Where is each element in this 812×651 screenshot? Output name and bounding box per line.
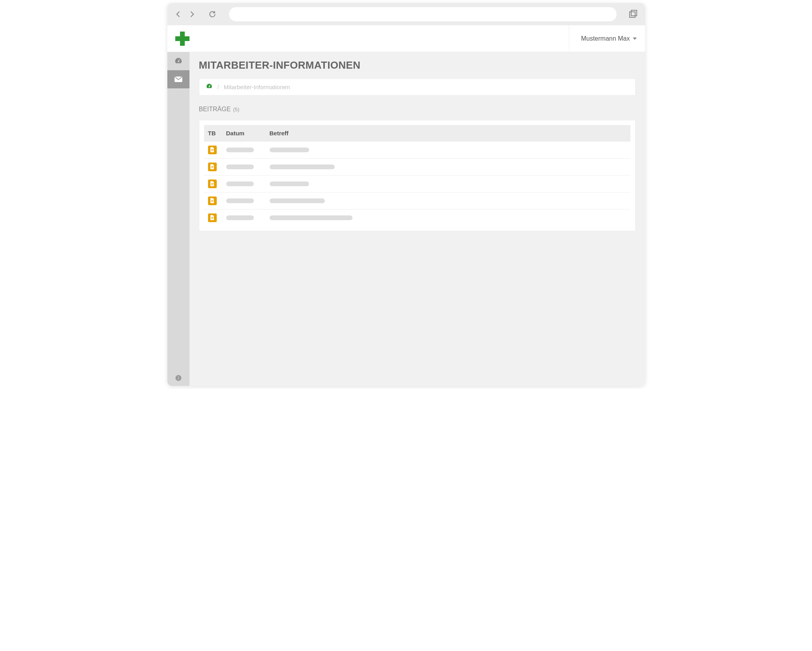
app-viewport: Mustermann Max [167,25,645,386]
svg-rect-25 [211,217,214,217]
svg-rect-27 [211,219,213,219]
col-header-tb: TB [204,125,222,142]
entries-table: TB Datum Betreff [204,125,630,226]
subject-placeholder [270,198,325,203]
logo-cross-icon [172,29,193,48]
svg-rect-14 [211,150,214,150]
table-row[interactable] [204,159,630,176]
subject-placeholder [270,148,309,152]
breadcrumb-separator: / [218,84,219,90]
user-name: Mustermann Max [581,35,630,42]
svg-rect-24 [211,202,213,202]
main-content: MITARBEITER-INFORMATIONEN / Mitarbeiter-… [189,52,645,386]
breadcrumb-current: Mitarbeiter-Informationen [224,84,290,90]
svg-rect-19 [211,183,214,183]
table-row[interactable] [204,193,630,210]
svg-rect-1 [630,12,635,17]
copy-window-icon[interactable] [628,9,639,19]
chevron-down-icon [632,36,637,41]
col-header-subject: Betreff [266,125,630,142]
sidebar-info[interactable] [167,370,189,386]
sidebar-item-dashboard[interactable] [167,52,189,70]
sidebar [167,52,189,386]
document-icon [208,163,217,171]
section-heading: BEITRÄGE (5) [199,106,636,113]
document-icon [208,180,217,188]
svg-rect-0 [631,10,637,16]
info-icon [175,374,182,382]
browser-window: Mustermann Max [167,3,645,386]
back-button[interactable] [174,9,183,19]
date-placeholder [226,198,254,203]
sidebar-item-messages[interactable] [167,70,189,88]
svg-rect-9 [178,378,179,380]
browser-toolbar [167,3,645,25]
document-icon [208,146,217,154]
table-row[interactable] [204,210,630,226]
document-icon [208,213,217,222]
svg-rect-13 [211,149,214,150]
svg-rect-16 [211,166,214,166]
section-label: BEITRÄGE [199,106,231,113]
page-title: MITARBEITER-INFORMATIONEN [199,59,636,71]
svg-rect-17 [211,167,214,167]
date-placeholder [226,148,254,152]
svg-rect-22 [211,200,214,200]
svg-rect-23 [211,201,214,201]
date-placeholder [226,181,254,186]
svg-rect-26 [211,218,214,218]
svg-rect-20 [211,184,214,184]
section-count: (5) [233,107,239,112]
svg-marker-4 [633,37,637,40]
subject-placeholder [270,215,353,220]
breadcrumb: / Mitarbeiter-Informationen [199,79,636,95]
svg-rect-18 [211,168,213,168]
document-icon [208,196,217,205]
subject-placeholder [270,181,309,186]
subject-placeholder [270,165,335,169]
col-header-date: Datum [222,125,266,142]
forward-button[interactable] [187,9,197,19]
svg-rect-15 [211,151,213,151]
svg-rect-21 [211,185,213,185]
mail-icon [174,76,183,82]
entries-panel: TB Datum Betreff [199,120,636,231]
url-bar[interactable] [229,7,617,21]
app-header: Mustermann Max [167,25,645,52]
date-placeholder [226,165,254,169]
user-menu[interactable]: Mustermann Max [569,25,637,52]
dashboard-icon [174,57,183,65]
svg-point-10 [178,376,179,377]
app-body: MITARBEITER-INFORMATIONEN / Mitarbeiter-… [167,52,645,386]
svg-rect-3 [175,36,189,41]
table-row[interactable] [204,176,630,193]
reload-button[interactable] [208,9,217,19]
breadcrumb-home-icon[interactable] [206,83,213,91]
date-placeholder [226,215,254,220]
table-row[interactable] [204,142,630,159]
